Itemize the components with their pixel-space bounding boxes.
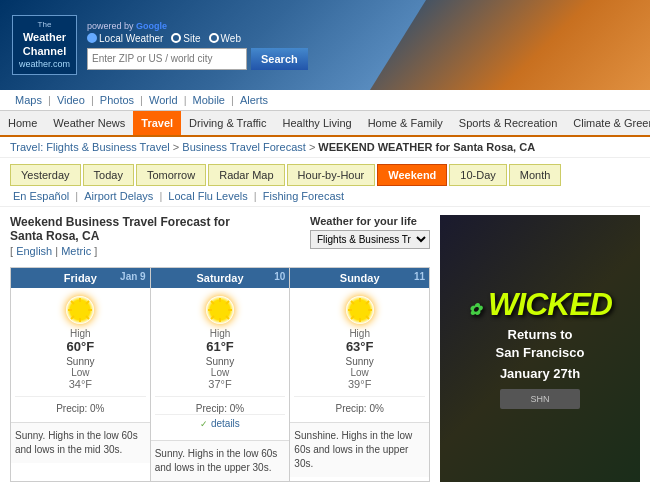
- precip-saturday: Precip: 0%: [155, 396, 286, 414]
- ad-content: ✿ WICKED Returns to San Francisco Januar…: [468, 288, 612, 409]
- radio-dot-site: [171, 33, 181, 43]
- temp-low-label-friday: Low: [15, 367, 146, 378]
- tab-radar[interactable]: Radar Map: [208, 164, 284, 186]
- nav-home-family[interactable]: Home & Family: [360, 111, 451, 135]
- sun-rays-sunday: [346, 296, 374, 324]
- tab-weekend[interactable]: Weekend: [377, 164, 447, 186]
- sub-nav-mobile[interactable]: Mobile: [193, 94, 225, 106]
- main-nav: Home Weather News Travel Driving & Traff…: [0, 111, 650, 137]
- svg-line-25: [366, 301, 369, 304]
- day-summary-friday: Sunny. Highs in the low 60s and lows in …: [11, 422, 150, 463]
- radio-label-web: Web: [221, 33, 241, 44]
- temp-high-saturday: 61°F: [155, 339, 286, 354]
- day-summary-saturday: Sunny. Highs in the low 60s and lows in …: [151, 440, 290, 481]
- link-flu[interactable]: Local Flu Levels: [168, 190, 248, 202]
- day-summary-sunday: Sunshine. Highs in the low 60s and lows …: [290, 422, 429, 477]
- precip-sunday: Precip: 0%: [294, 396, 425, 414]
- day-date-sunday: 11: [414, 271, 425, 282]
- lang-metric[interactable]: Metric: [61, 245, 91, 257]
- radio-label-local: Local Weather: [99, 33, 163, 44]
- details-checkmark: ✓: [200, 419, 208, 429]
- day-header-friday: Friday Jan 9: [11, 268, 150, 288]
- link-airport[interactable]: Airport Delays: [84, 190, 153, 202]
- header: The WeatherChannel weather.com powered b…: [0, 0, 650, 90]
- breadcrumb-link-1[interactable]: Travel: Flights & Business Travel: [10, 141, 170, 153]
- svg-line-6: [86, 316, 89, 319]
- link-fishing[interactable]: Fishing Forecast: [263, 190, 344, 202]
- radio-local[interactable]: Local Weather: [87, 33, 163, 44]
- tab-hourly[interactable]: Hour-by-Hour: [287, 164, 376, 186]
- days-row: Friday Jan 9: [10, 267, 430, 482]
- day-header-sunday: Sunday 11: [290, 268, 429, 288]
- nav-sports[interactable]: Sports & Recreation: [451, 111, 565, 135]
- tab-10day[interactable]: 10-Day: [449, 164, 506, 186]
- radio-group: Local Weather Site Web: [87, 33, 308, 44]
- breadcrumb: Travel: Flights & Business Travel > Busi…: [0, 137, 650, 158]
- tab-today[interactable]: Today: [83, 164, 134, 186]
- search-input[interactable]: [87, 48, 247, 70]
- weather-life-select[interactable]: Flights & Business Trav...: [310, 230, 430, 249]
- day-date-saturday: 10: [274, 271, 285, 282]
- nav-healthy[interactable]: Healthy Living: [275, 111, 360, 135]
- svg-point-9: [213, 303, 227, 317]
- forecast-lang: [ English | Metric ]: [10, 245, 230, 257]
- nav-travel[interactable]: Travel: [133, 111, 181, 135]
- temp-low-friday: 34°F: [15, 378, 146, 390]
- search-row: Search: [87, 48, 308, 70]
- nav-climate[interactable]: Climate & Green: [565, 111, 650, 135]
- tab-tomorrow[interactable]: Tomorrow: [136, 164, 206, 186]
- sun-icon-sunday: [346, 296, 374, 324]
- forecast-title: Weekend Business Travel Forecast forSant…: [10, 215, 230, 243]
- day-name-saturday: Saturday: [196, 272, 243, 284]
- day-body-friday: High 60°F Sunny Low 34°F Precip: 0%: [11, 288, 150, 422]
- nav-home[interactable]: Home: [0, 111, 45, 135]
- secondary-links: En Español | Airport Delays | Local Flu …: [0, 186, 650, 207]
- header-bg-image: [370, 0, 650, 90]
- temp-low-label-sunday: Low: [294, 367, 425, 378]
- search-area: powered by Google Local Weather Site Web…: [87, 21, 308, 70]
- sun-icon-friday: [66, 296, 94, 324]
- sub-nav-video[interactable]: Video: [57, 94, 85, 106]
- ad-panel[interactable]: ✿ WICKED Returns to San Francisco Januar…: [440, 215, 640, 482]
- temp-low-saturday: 37°F: [155, 378, 286, 390]
- svg-line-7: [86, 301, 89, 304]
- sub-nav-alerts[interactable]: Alerts: [240, 94, 268, 106]
- tab-yesterday[interactable]: Yesterday: [10, 164, 81, 186]
- radio-web[interactable]: Web: [209, 33, 241, 44]
- nav-driving[interactable]: Driving & Traffic: [181, 111, 274, 135]
- tab-month[interactable]: Month: [509, 164, 562, 186]
- ad-date: January 27th: [468, 366, 612, 381]
- temp-low-sunday: 39°F: [294, 378, 425, 390]
- svg-line-16: [226, 301, 229, 304]
- temp-high-sunday: 63°F: [294, 339, 425, 354]
- breadcrumb-current: WEEKEND WEATHER for Santa Rosa, CA: [318, 141, 535, 153]
- sub-nav-world[interactable]: World: [149, 94, 178, 106]
- condition-sunday: Sunny: [294, 356, 425, 367]
- ad-logo: SHN: [500, 389, 580, 409]
- breadcrumb-link-2[interactable]: Business Travel Forecast: [182, 141, 306, 153]
- day-date-friday: Jan 9: [120, 271, 146, 282]
- svg-point-0: [73, 303, 87, 317]
- tabs: Yesterday Today Tomorrow Radar Map Hour-…: [0, 158, 650, 186]
- sub-nav: Maps | Video | Photos | World | Mobile |…: [0, 90, 650, 111]
- logo-top: The: [19, 20, 70, 30]
- condition-friday: Sunny: [15, 356, 146, 367]
- logo: The WeatherChannel weather.com: [12, 15, 77, 76]
- search-button[interactable]: Search: [251, 48, 308, 70]
- nav-weather-news[interactable]: Weather News: [45, 111, 133, 135]
- svg-line-23: [351, 301, 354, 304]
- radio-site[interactable]: Site: [171, 33, 200, 44]
- day-col-friday: Friday Jan 9: [11, 268, 151, 481]
- temp-high-label-sunday: High: [294, 328, 425, 339]
- lang-english[interactable]: English: [16, 245, 52, 257]
- sub-nav-maps[interactable]: Maps: [15, 94, 42, 106]
- svg-line-15: [226, 316, 229, 319]
- sub-nav-photos[interactable]: Photos: [100, 94, 134, 106]
- weather-life-title: Weather for your life: [310, 215, 430, 227]
- left-panel: Weekend Business Travel Forecast forSant…: [10, 215, 430, 482]
- sun-rays-saturday: [206, 296, 234, 324]
- day-body-saturday: High 61°F Sunny Low 37°F Precip: 0% ✓ de…: [151, 288, 290, 440]
- link-espanol[interactable]: En Español: [13, 190, 69, 202]
- day-name-friday: Friday: [64, 272, 97, 284]
- details-link-saturday[interactable]: ✓ details: [155, 414, 286, 432]
